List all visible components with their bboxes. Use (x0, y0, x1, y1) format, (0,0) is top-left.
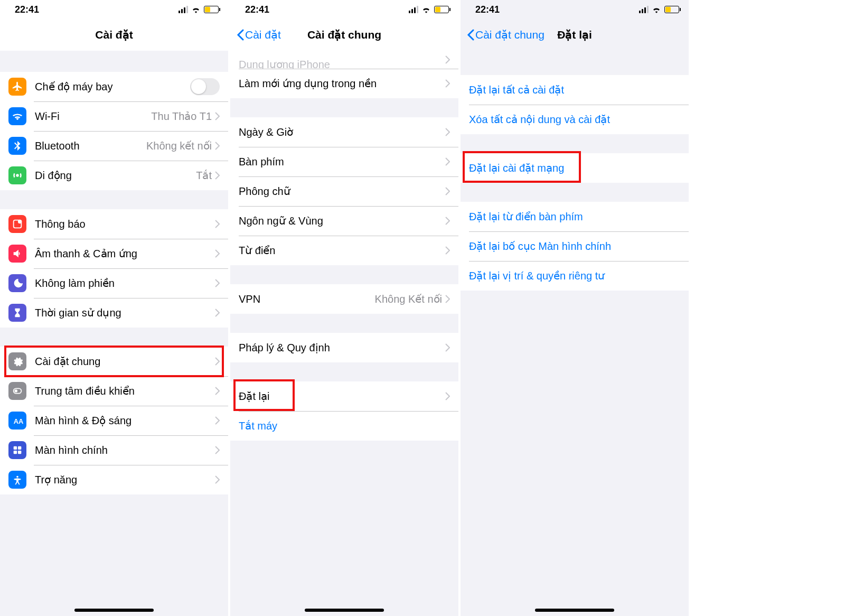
page-title: Đặt lại (557, 29, 592, 41)
row-label: Di động (35, 169, 196, 182)
row-cellular[interactable]: Di động Tắt (0, 161, 228, 190)
row-label: Ngày & Giờ (239, 126, 445, 138)
row-legal[interactable]: Pháp lý & Quy định (230, 333, 458, 362)
status-time: 22:41 (475, 4, 500, 15)
row-reset-network[interactable]: Đặt lại cài đặt mạng (461, 153, 689, 183)
wifi-icon (652, 6, 661, 13)
control-center-icon (8, 382, 26, 400)
chevron-right-icon (215, 309, 220, 317)
row-reset-home-layout[interactable]: Đặt lại bố cục Màn hình chính (461, 231, 689, 261)
svg-rect-5 (14, 446, 17, 450)
row-label: Đặt lại cài đặt mạng (469, 162, 680, 174)
battery-icon (434, 6, 449, 13)
row-label: Bàn phím (239, 156, 445, 168)
row-label: Cài đặt chung (35, 355, 215, 368)
row-label: Trung tâm điều khiển (35, 385, 215, 397)
page-title: Cài đặt chung (307, 29, 381, 41)
sounds-icon (8, 245, 26, 263)
cellular-signal-icon (179, 6, 188, 13)
row-label: Đặt lại vị trí & quyền riêng tư (469, 269, 680, 282)
screen-reset: 22:41 Cài đặt chung Đặt lại Đặt lại tất … (461, 0, 689, 616)
general-group-vpn: VPN Không Kết nối (230, 284, 458, 314)
svg-text:AA: AA (14, 417, 23, 425)
row-wifi[interactable]: Wi-Fi Thu Thảo T1 (0, 101, 228, 131)
row-label: Tắt máy (239, 419, 450, 432)
row-label: Thông báo (35, 218, 215, 230)
row-notifications[interactable]: Thông báo (0, 209, 228, 239)
row-reset-location-privacy[interactable]: Đặt lại vị trí & quyền riêng tư (461, 261, 689, 291)
back-button[interactable]: Cài đặt chung (467, 29, 544, 41)
row-dictionary[interactable]: Từ điển (230, 236, 458, 265)
row-airplane-mode[interactable]: Chế độ máy bay (0, 72, 228, 101)
row-value: Thu Thảo T1 (151, 110, 212, 123)
status-time: 22:41 (15, 4, 39, 15)
chevron-right-icon (445, 157, 450, 166)
row-background-refresh[interactable]: Làm mới ứng dụng trong nền (230, 69, 458, 98)
svg-rect-6 (18, 446, 21, 450)
back-label: Cài đặt (245, 29, 281, 41)
row-accessibility[interactable]: Trợ năng (0, 465, 228, 494)
row-label: VPN (239, 293, 375, 305)
chevron-right-icon (215, 142, 220, 150)
row-vpn[interactable]: VPN Không Kết nối (230, 284, 458, 314)
row-language-region[interactable]: Ngôn ngữ & Vùng (230, 206, 458, 236)
svg-rect-7 (14, 451, 17, 454)
svg-point-1 (18, 220, 22, 223)
row-reset-all-settings[interactable]: Đặt lại tất cả cài đặt (461, 75, 689, 105)
row-label: Đặt lại (239, 390, 445, 403)
row-reset[interactable]: Đặt lại (230, 381, 458, 411)
row-bluetooth[interactable]: Bluetooth Không kết nối (0, 131, 228, 161)
home-indicator[interactable] (305, 609, 384, 612)
airplane-toggle[interactable] (190, 78, 220, 95)
wifi-icon (421, 6, 431, 13)
row-label: Không làm phiền (35, 277, 215, 290)
row-label: Wi-Fi (35, 110, 151, 123)
row-label: Trợ năng (35, 473, 215, 486)
row-label: Màn hình & Độ sáng (35, 414, 215, 427)
row-fonts[interactable]: Phông chữ (230, 176, 458, 206)
row-reset-keyboard-dict[interactable]: Đặt lại từ điển bàn phím (461, 202, 689, 231)
chevron-right-icon (445, 55, 450, 64)
cellular-signal-icon (639, 6, 649, 13)
chevron-right-icon (215, 446, 220, 454)
row-label: Đặt lại bố cục Màn hình chính (469, 240, 680, 253)
chevron-right-icon (215, 357, 220, 366)
row-value: Không kết nối (146, 139, 212, 152)
row-label: Từ điển (239, 244, 445, 257)
status-bar: 22:41 (461, 0, 689, 19)
home-indicator[interactable] (74, 609, 154, 612)
general-group-reset: Đặt lại Tắt máy (230, 381, 458, 441)
row-erase-all[interactable]: Xóa tất cả nội dung và cài đặt (461, 105, 689, 134)
chevron-right-icon (445, 217, 450, 225)
moon-icon (8, 274, 26, 292)
row-shutdown[interactable]: Tắt máy (230, 411, 458, 441)
row-sounds[interactable]: Âm thanh & Cảm ứng (0, 239, 228, 268)
row-label: Chế độ máy bay (35, 80, 190, 93)
notifications-icon (8, 215, 26, 233)
chevron-right-icon (215, 112, 220, 120)
chevron-right-icon (215, 416, 220, 425)
row-control-center[interactable]: Trung tâm điều khiển (0, 376, 228, 406)
row-label: Đặt lại từ điển bàn phím (469, 210, 680, 223)
chevron-right-icon (215, 279, 220, 287)
row-display[interactable]: AA Màn hình & Độ sáng (0, 406, 228, 435)
row-do-not-disturb[interactable]: Không làm phiền (0, 268, 228, 298)
row-keyboard[interactable]: Bàn phím (230, 147, 458, 176)
screen-general: 22:41 Cài đặt Cài đặt chung Dung lượng i… (230, 0, 458, 616)
row-home-screen[interactable]: Màn hình chính (0, 435, 228, 465)
bluetooth-icon (8, 137, 26, 155)
home-indicator[interactable] (535, 609, 614, 612)
back-button[interactable]: Cài đặt (237, 29, 281, 41)
reset-group-1: Đặt lại tất cả cài đặt Xóa tất cả nội du… (461, 75, 689, 134)
general-group-top: Dung lượng iPhone Làm mới ứng dụng trong… (230, 51, 458, 98)
row-iphone-storage[interactable]: Dung lượng iPhone (230, 51, 458, 69)
svg-point-3 (15, 389, 18, 393)
nav-header: Cài đặt (0, 19, 228, 51)
chevron-right-icon (445, 343, 450, 352)
row-general[interactable]: Cài đặt chung (0, 347, 228, 376)
row-label: Bluetooth (35, 140, 146, 152)
row-screen-time[interactable]: Thời gian sử dụng (0, 298, 228, 328)
row-date-time[interactable]: Ngày & Giờ (230, 117, 458, 147)
row-label: Pháp lý & Quy định (239, 341, 445, 354)
page-title: Cài đặt (95, 29, 133, 41)
